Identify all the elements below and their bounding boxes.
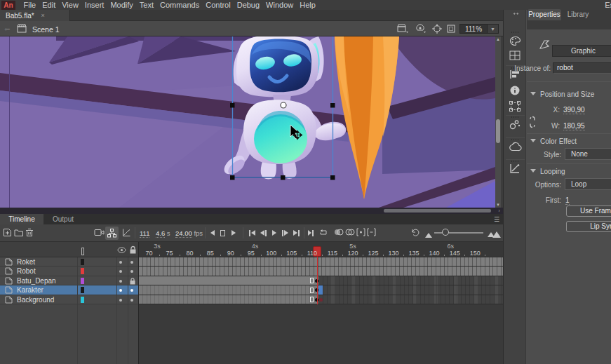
timeline-ruler[interactable]: 3s4s5s6s70758085909510010511011512012513… [139, 242, 503, 257]
use-frame-picker-button[interactable]: Use Frame Picker [566, 205, 611, 217]
menu-file[interactable]: File [20, 0, 39, 10]
frame-rate-value[interactable]: 24.00 fps [175, 229, 203, 237]
scene-name[interactable]: Scene 1 [32, 25, 60, 34]
lip-syncing-button[interactable]: Lip Syncing [566, 221, 611, 232]
frame-row-batu_depan[interactable] [139, 276, 503, 285]
layer-parenting-icon[interactable] [107, 229, 116, 238]
onion-outline-icon[interactable] [345, 228, 355, 238]
play-icon[interactable] [272, 228, 276, 238]
edit-scene-icon[interactable] [397, 24, 408, 34]
section-color-effect[interactable]: Color Effect [540, 137, 577, 145]
eye-icon[interactable] [117, 247, 126, 253]
scroll-down-icon[interactable]: ▼ [496, 203, 500, 207]
camera-icon[interactable] [94, 228, 105, 238]
back-arrow-icon[interactable]: ⬅ [4, 25, 10, 33]
zoom-level-field[interactable]: 111% [459, 24, 488, 34]
modify-markers-icon[interactable] [367, 228, 376, 238]
w-value[interactable]: 180,95 [563, 122, 585, 130]
graph-editor-icon[interactable] [122, 228, 131, 238]
current-frame-value[interactable]: 111 [140, 229, 149, 238]
timeline-zoom-in-icon[interactable] [488, 229, 501, 239]
center-frame-icon[interactable] [432, 24, 443, 34]
layer-outline-color[interactable] [81, 297, 84, 303]
menu-window[interactable]: Window [263, 0, 297, 10]
frame-row-karakter[interactable] [139, 285, 503, 295]
tab-properties[interactable]: Properties [528, 9, 561, 20]
layer-outline-color[interactable] [81, 268, 84, 274]
layer-lock-icon[interactable] [129, 278, 136, 285]
menu-modify[interactable]: Modify [107, 0, 136, 10]
undo-icon[interactable] [410, 228, 419, 238]
layer-row-background[interactable]: Background [0, 295, 139, 304]
tab-output[interactable]: Output [43, 214, 83, 224]
go-first-icon[interactable] [249, 228, 255, 238]
layer-lock-dot[interactable] [130, 270, 133, 273]
step-back-icon[interactable] [210, 228, 215, 238]
layer-visible-dot[interactable] [119, 261, 122, 264]
frames-grid[interactable] [139, 257, 503, 304]
elapsed-time-value[interactable]: 4.6 s [156, 229, 170, 237]
vscroll-thumb[interactable] [496, 119, 500, 143]
collapse-panels-icon[interactable] [513, 13, 519, 15]
delete-layer-icon[interactable] [25, 228, 34, 238]
layer-lock-dot[interactable] [130, 289, 133, 292]
layer-outline-color[interactable] [81, 278, 84, 284]
collapse-triangle-icon[interactable] [530, 169, 536, 173]
prev-keyframe-icon[interactable] [260, 228, 267, 238]
layer-lock-dot[interactable] [130, 261, 133, 264]
edit-multiple-frames-icon[interactable] [356, 228, 365, 238]
layer-row-roket[interactable]: Roket [0, 257, 139, 267]
menu-text[interactable]: Text [136, 0, 156, 10]
zoom-dropdown-icon[interactable]: ▼ [488, 24, 499, 34]
edit-symbols-icon[interactable] [415, 24, 427, 34]
transform-icon[interactable] [509, 101, 521, 112]
onion-skin-icon[interactable] [334, 228, 344, 238]
collapse-triangle-icon[interactable] [530, 92, 536, 95]
close-tab-icon[interactable]: × [41, 12, 45, 19]
menu-help[interactable]: Help [297, 0, 319, 10]
scroll-right-icon[interactable]: › [498, 208, 500, 214]
canvas-horizontal-scrollbar[interactable]: › [0, 208, 503, 214]
selected-frame[interactable] [318, 285, 323, 294]
next-keyframe-icon[interactable] [282, 228, 288, 238]
lock-icon[interactable] [129, 246, 137, 254]
timeline-zoom-knob[interactable] [442, 229, 449, 236]
center-playhead-icon[interactable] [308, 228, 314, 238]
layer-visible-dot[interactable] [119, 299, 122, 302]
color-palette-icon[interactable] [509, 36, 521, 46]
collapse-triangle-icon[interactable] [530, 139, 536, 142]
creative-cloud-icon[interactable] [509, 142, 521, 151]
symbol-type-select[interactable]: Graphic [552, 45, 611, 57]
instance-name-field[interactable]: robot [553, 62, 611, 74]
link-width-height-icon[interactable] [528, 116, 537, 128]
layer-visible-dot[interactable] [119, 289, 122, 292]
motion-graph-icon[interactable] [509, 163, 521, 174]
layer-lock-dot[interactable] [130, 299, 133, 302]
go-last-icon[interactable] [293, 228, 300, 238]
timeline-panel-menu-icon[interactable]: ☰ [494, 216, 499, 223]
options-select[interactable]: Loop [565, 178, 611, 190]
layer-outline-color[interactable] [81, 287, 84, 293]
new-layer-icon[interactable] [3, 228, 12, 238]
brush-dots-icon[interactable] [509, 119, 521, 130]
hscroll-thumb[interactable] [384, 209, 491, 213]
layer-row-robot[interactable]: Robot [0, 267, 139, 276]
menu-insert[interactable]: Insert [81, 0, 107, 10]
animate-logo[interactable]: An [1, 1, 15, 10]
x-value[interactable]: 390,90 [563, 106, 585, 114]
layer-row-karakter[interactable]: Karakter [0, 285, 139, 295]
step-forward-icon[interactable] [231, 228, 236, 238]
scroll-up-icon[interactable]: ▲ [496, 37, 500, 41]
layer-row-batu_depan[interactable]: Batu_Depan [0, 276, 139, 285]
section-position-size[interactable]: Position and Size [540, 90, 594, 98]
menu-control[interactable]: Control [203, 0, 234, 10]
menu-debug[interactable]: Debug [234, 0, 262, 10]
frame-row-robot[interactable] [139, 267, 503, 276]
new-folder-icon[interactable] [14, 228, 24, 238]
layer-visible-dot[interactable] [119, 280, 122, 283]
document-tab[interactable]: Bab5.fla* × [0, 10, 70, 21]
info-icon[interactable] [509, 85, 521, 96]
tab-library[interactable]: Library [564, 9, 592, 20]
menu-edit[interactable]: Edit [39, 0, 59, 10]
current-frame-icon[interactable] [220, 228, 225, 238]
